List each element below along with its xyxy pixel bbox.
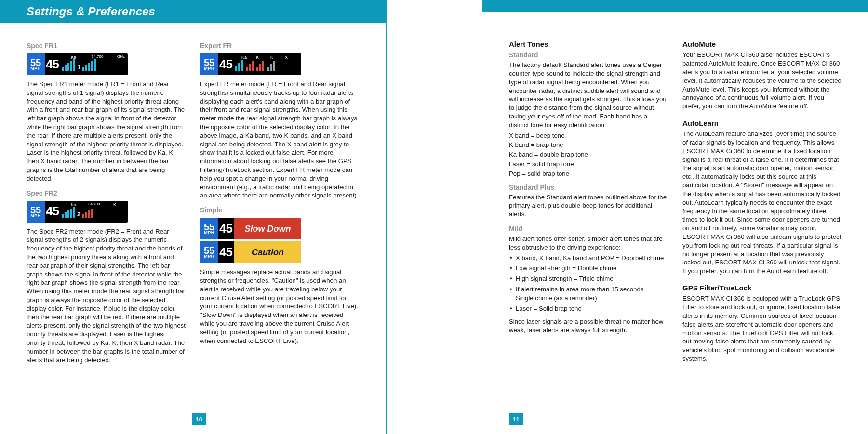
line-laser: Laser = solid brap tone xyxy=(509,160,668,169)
alert-count-1: 1 xyxy=(77,63,80,72)
heading-standard: Standard xyxy=(509,51,668,60)
display-simple-caution: 55MPH 45 Caution xyxy=(200,241,301,263)
mild-item-4: If alert remains in area more than 15 se… xyxy=(509,285,668,302)
body-spec-fr1: The Spec FR1 meter mode (FR1 = Front and… xyxy=(27,80,186,183)
alert-count-2: 2 xyxy=(77,210,80,219)
body-simple: Simple messages replace actual bands and… xyxy=(200,268,359,345)
band-x-label: X xyxy=(285,54,288,60)
heading-mild: Mild xyxy=(509,224,668,234)
body-gps-filter: ESCORT MAX Ci 360 is equipped with a Tru… xyxy=(682,294,841,363)
body-standard: The factory default Standard alert tones… xyxy=(509,61,668,130)
body-mild-intro: Mild alert tones offer softer, simpler a… xyxy=(509,235,668,252)
body-spec-fr2: The Spec FR2 meter mode (FR2 = Front and… xyxy=(27,227,186,365)
right-page-col-1: Alert Tones Standard The factory default… xyxy=(509,39,668,369)
heading-automute: AutoMute xyxy=(682,39,841,49)
header-title: Settings & Preferences xyxy=(27,4,155,19)
heading-simple: Simple xyxy=(200,206,359,215)
laser-note: Since laser signals are a possible threa… xyxy=(509,317,668,335)
page-number-10: 10 xyxy=(192,413,206,425)
page-right: Alert Tones Standard The factory default… xyxy=(482,0,868,434)
speed-unit: MPH xyxy=(27,67,45,71)
display-simple-slow: 55MPH 45 Slow Down xyxy=(200,218,301,239)
band-k-label: K xyxy=(113,202,116,208)
line-k-band: K band = brap tone xyxy=(509,141,668,149)
heading-spec-fr2: Spec FR2 xyxy=(27,189,186,198)
display-expert-fr: 55MPH 45 Ka K K X xyxy=(200,53,301,75)
mild-item-1: X band, K band, Ka band and POP = Doorbe… xyxy=(509,254,668,263)
line-x-band: X band = beep tone xyxy=(509,132,668,140)
display-spec-fr2: 55MPH 45 Ka 34.700 K 2 xyxy=(27,201,128,223)
ghz-label: GHz xyxy=(117,54,125,60)
line-ka-band: Ka band = double-brap tone xyxy=(509,150,668,159)
left-page-col-1: Spec FR1 55MPH 45 Ka 34.700 GHz 1 The Sp… xyxy=(27,39,186,370)
line-pop: Pop = solid brap tone xyxy=(509,170,668,178)
left-page-col-2: Expert FR 55MPH 45 Ka K K X Expert FR me… xyxy=(200,39,359,370)
body-expert-fr: Expert FR meter mode (FR = Front and Rea… xyxy=(200,80,359,200)
body-automute: Your ESCORT MAX Ci 360 also includes ESC… xyxy=(682,51,841,111)
display-spec-fr1: 55MPH 45 Ka 34.700 GHz 1 xyxy=(27,53,128,75)
right-page-col-2: AutoMute Your ESCORT MAX Ci 360 also inc… xyxy=(682,39,841,369)
msg-caution: Caution xyxy=(234,241,301,263)
heading-spec-fr1: Spec FR1 xyxy=(27,41,186,51)
body-autolearn: The AutoLearn feature analyzes (over tim… xyxy=(682,130,841,276)
page-left: Settings & Preferences Spec FR1 55MPH 45… xyxy=(0,0,386,434)
mild-item-5: Laser = Solid brap tone xyxy=(509,304,668,313)
header-bar-right xyxy=(482,0,868,12)
heading-alert-tones: Alert Tones xyxy=(509,39,668,49)
mild-list: X band, K band, Ka band and POP = Doorbe… xyxy=(509,254,668,313)
msg-slow-down: Slow Down xyxy=(234,218,301,239)
freq-label: 34.700 xyxy=(92,54,103,60)
page-gutter xyxy=(386,0,482,434)
mild-item-2: Low signal strength = Double chime xyxy=(509,264,668,273)
reading-45: 45 xyxy=(46,56,59,73)
page-number-11: 11 xyxy=(509,413,523,425)
heading-expert-fr: Expert FR xyxy=(200,41,359,51)
header-bar-left: Settings & Preferences xyxy=(0,0,386,23)
heading-gps-filter: GPS Filter/TrueLock xyxy=(682,283,841,293)
mild-item-3: High signal strength = Triple chime xyxy=(509,275,668,283)
heading-autolearn: AutoLearn xyxy=(682,118,841,128)
body-standard-plus: Features the Standard alert tones outlin… xyxy=(509,193,668,219)
band-ka-label: Ka xyxy=(71,54,76,60)
heading-standard-plus: Standard Plus xyxy=(509,183,668,192)
